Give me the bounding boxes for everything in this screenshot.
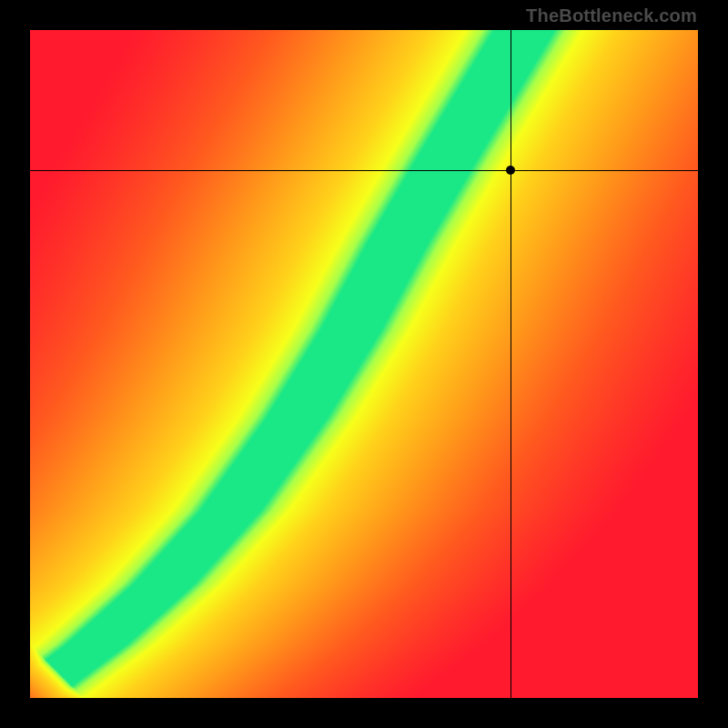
crosshair-vertical — [511, 30, 511, 698]
heatmap-plot — [30, 30, 698, 698]
selection-marker — [506, 166, 515, 175]
crosshair-horizontal — [30, 170, 698, 171]
attribution-label: TheBottleneck.com — [526, 5, 697, 26]
chart-frame: TheBottleneck.com — [0, 0, 728, 728]
heatmap-canvas — [30, 30, 698, 698]
